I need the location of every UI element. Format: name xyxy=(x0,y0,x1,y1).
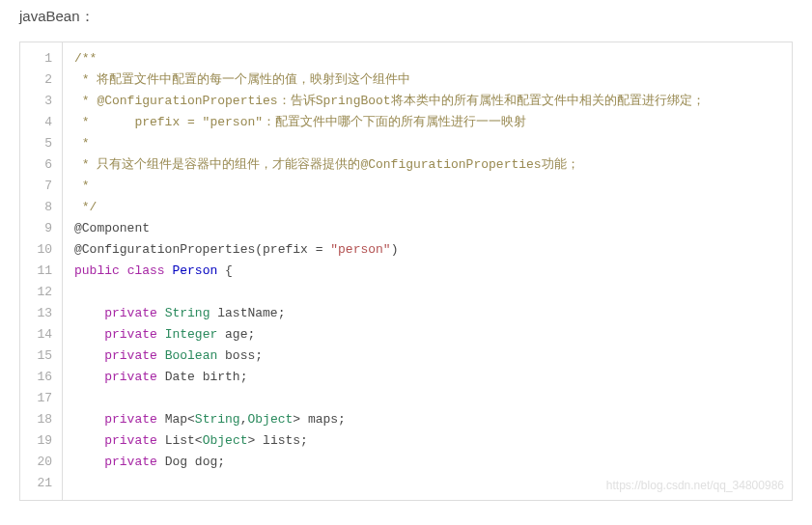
line-number: 2 xyxy=(20,69,62,91)
line-number: 1 xyxy=(20,48,62,69)
code-line: */ xyxy=(74,197,780,218)
code-line xyxy=(74,473,780,494)
line-number: 21 xyxy=(20,473,62,494)
code-line: @ConfigurationProperties(prefix = "perso… xyxy=(74,239,780,261)
line-number: 18 xyxy=(20,409,62,430)
code-line: * xyxy=(74,176,780,197)
line-number: 3 xyxy=(20,91,62,112)
line-number: 11 xyxy=(20,261,62,282)
code-line: * 将配置文件中配置的每一个属性的值，映射到这个组件中 xyxy=(74,69,780,91)
code-line: private Map<String,Object> maps; xyxy=(74,409,780,430)
code-line: * prefix = "person"：配置文件中哪个下面的所有属性进行一一映射 xyxy=(74,112,780,133)
line-number: 5 xyxy=(20,133,62,154)
code-line xyxy=(74,388,780,409)
line-number: 13 xyxy=(20,303,62,324)
line-number: 8 xyxy=(20,197,62,218)
code-line: private Date birth; xyxy=(74,367,780,388)
code-line: * 只有这个组件是容器中的组件，才能容器提供的@ConfigurationPro… xyxy=(74,154,780,176)
intro-text: javaBean： xyxy=(19,8,793,26)
line-number-gutter: 123456789101112131415161718192021 xyxy=(20,42,63,500)
code-line: * xyxy=(74,133,780,154)
line-number: 10 xyxy=(20,239,62,261)
code-line: private Integer age; xyxy=(74,324,780,345)
code-block: 123456789101112131415161718192021 /** * … xyxy=(19,41,793,501)
code-line: @Component xyxy=(74,218,780,239)
code-content: /** * 将配置文件中配置的每一个属性的值，映射到这个组件中 * @Confi… xyxy=(63,42,792,500)
code-line: private Boolean boss; xyxy=(74,345,780,367)
code-line xyxy=(74,282,780,303)
line-number: 6 xyxy=(20,154,62,176)
line-number: 17 xyxy=(20,388,62,409)
code-line: /** xyxy=(74,48,780,69)
line-number: 14 xyxy=(20,324,62,345)
line-number: 12 xyxy=(20,282,62,303)
line-number: 19 xyxy=(20,430,62,452)
line-number: 9 xyxy=(20,218,62,239)
line-number: 4 xyxy=(20,112,62,133)
line-number: 16 xyxy=(20,367,62,388)
line-number: 15 xyxy=(20,345,62,367)
line-number: 7 xyxy=(20,176,62,197)
code-line: * @ConfigurationProperties：告诉SpringBoot将… xyxy=(74,91,780,112)
code-line: private Dog dog; xyxy=(74,452,780,473)
line-number: 20 xyxy=(20,452,62,473)
code-line: private List<Object> lists; xyxy=(74,430,780,452)
code-line: private String lastName; xyxy=(74,303,780,324)
code-line: public class Person { xyxy=(74,261,780,282)
